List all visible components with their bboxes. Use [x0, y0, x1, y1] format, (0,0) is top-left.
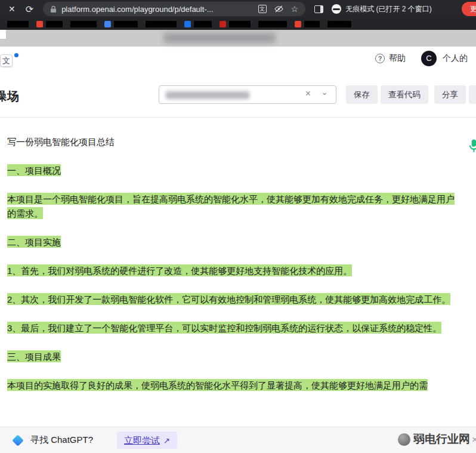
section-title: 一、项目概况 — [7, 163, 456, 177]
help-icon: ? — [375, 54, 385, 63]
redacted-bookmark[interactable] — [104, 21, 138, 27]
address-bar[interactable]: platform.openai.com/playground/p/default… — [43, 2, 305, 16]
chatgpt-promo-bar: 寻找 ChatGPT? 立即尝试↗ 弱电行业网 × — [0, 427, 476, 453]
redacted-bookmark[interactable] — [184, 21, 212, 27]
help-label: 帮助 — [389, 53, 406, 64]
watermark: 弱电行业网 — [398, 432, 470, 447]
section-title: 三、项目成果 — [7, 349, 456, 363]
playground-toolbar: 操场 × ⌄ 保存 查看代码 分享 — [0, 85, 476, 105]
redacted-bookmark[interactable] — [220, 21, 251, 27]
share-button[interactable]: 分享 — [434, 85, 466, 104]
url-text: platform.openai.com/playground/p/default… — [61, 5, 250, 14]
reload-icon[interactable]: ⟳ — [26, 4, 33, 15]
paragraph: 2、其次，我们开发了一款弱电智能化软件，它可以有效地控制和管理弱电系统，使其能够… — [7, 292, 456, 306]
promo-question: 寻找 ChatGPT? — [30, 434, 93, 446]
translate-extension-icon[interactable]: 文 — [0, 54, 18, 67]
redacted-bookmark[interactable] — [70, 21, 97, 27]
paragraph: 本项目的实施取得了良好的成果，使弱电系统的智能化水平得到了显著提高，使其能够更好… — [7, 378, 456, 392]
watermark-logo-icon — [398, 433, 410, 446]
save-button[interactable]: 保存 — [346, 85, 378, 104]
lock-icon — [50, 5, 57, 13]
incognito-icon — [332, 4, 341, 14]
paragraph: 1、首先，我们对弱电系统的硬件进行了改造，使其能够更好地支持智能化技术的应用。 — [7, 263, 456, 278]
browser-toolbar: ✕ ⟳ platform.openai.com/playground/p/def… — [0, 0, 476, 18]
stop-icon[interactable]: ✕ — [8, 4, 16, 14]
incognito-label: 无痕模式 (已打开 2 个窗口) — [345, 4, 432, 14]
help-button[interactable]: ? 帮助 — [375, 53, 406, 64]
paragraph: 3、最后，我们建立了一个智能化管理平台，可以实时监控和控制弱电系统的运行状态，以… — [7, 321, 456, 335]
microphone-icon[interactable] — [468, 138, 476, 156]
paragraph: 本项目是一个弱电智能化项目，旨在提高弱电系统的智能化水平，使其能够更加有效地完成… — [7, 192, 456, 220]
avatar[interactable]: C — [421, 51, 437, 66]
translate-glyph: 文 — [0, 54, 13, 67]
prompt-editor[interactable]: 写一份弱电智能化项目总结 一、项目概况 本项目是一个弱电智能化项目，旨在提高弱电… — [0, 118, 476, 427]
watermark-text: 弱电行业网 — [413, 432, 470, 447]
chevron-down-icon[interactable]: ⌄ — [321, 87, 328, 97]
close-icon[interactable]: × — [472, 434, 476, 446]
eye-slash-icon[interactable] — [274, 5, 283, 13]
strip-corner — [0, 30, 6, 39]
redacted-bookmark[interactable] — [146, 21, 177, 27]
favicon — [220, 21, 226, 27]
preset-select[interactable]: × ⌄ — [159, 85, 336, 104]
redacted-bookmark[interactable] — [258, 21, 287, 27]
incognito-indicator: 无痕模式 (已打开 2 个窗口) — [332, 4, 432, 14]
chrome-update-button[interactable]: 更 — [462, 2, 476, 16]
screen: ✕ ⟳ platform.openai.com/playground/p/def… — [0, 0, 476, 453]
playground-page: 文 ? 帮助 C 个人的 操场 × ⌄ 保存 查看代码 分享 写一份 — [0, 47, 476, 453]
view-code-button[interactable]: 查看代码 — [381, 85, 428, 104]
preset-value-redacted — [166, 91, 249, 99]
favicon — [104, 21, 111, 27]
blurred-tab-title — [163, 33, 276, 43]
bookmarks-bar — [0, 18, 476, 30]
favicon — [295, 21, 301, 27]
overflow-button[interactable] — [469, 85, 476, 104]
translate-icon[interactable]: 文 — [258, 5, 267, 13]
side-panel-icon[interactable] — [314, 5, 323, 13]
redacted-bookmark[interactable] — [7, 21, 29, 27]
redacted-bookmark[interactable] — [295, 21, 320, 27]
redacted-bookmark[interactable] — [327, 21, 351, 27]
prompt-line: 写一份弱电智能化项目总结 — [7, 134, 456, 149]
gem-icon — [12, 434, 24, 446]
favicon — [184, 21, 191, 27]
account-label[interactable]: 个人的 — [443, 53, 468, 64]
section-title: 二、项目实施 — [7, 235, 456, 249]
try-now-link[interactable]: 立即尝试↗ — [117, 432, 177, 449]
favicon — [36, 21, 43, 27]
redacted-bookmark[interactable] — [36, 21, 63, 27]
bookmark-star-icon[interactable]: ☆ — [291, 4, 299, 14]
external-link-icon: ↗ — [163, 436, 170, 445]
clear-icon[interactable]: × — [305, 88, 311, 99]
page-title: 操场 — [0, 88, 20, 104]
blurred-strip — [0, 30, 476, 47]
notification-dot-icon — [14, 53, 18, 57]
page-header-right: ? 帮助 C 个人的 — [375, 51, 468, 66]
